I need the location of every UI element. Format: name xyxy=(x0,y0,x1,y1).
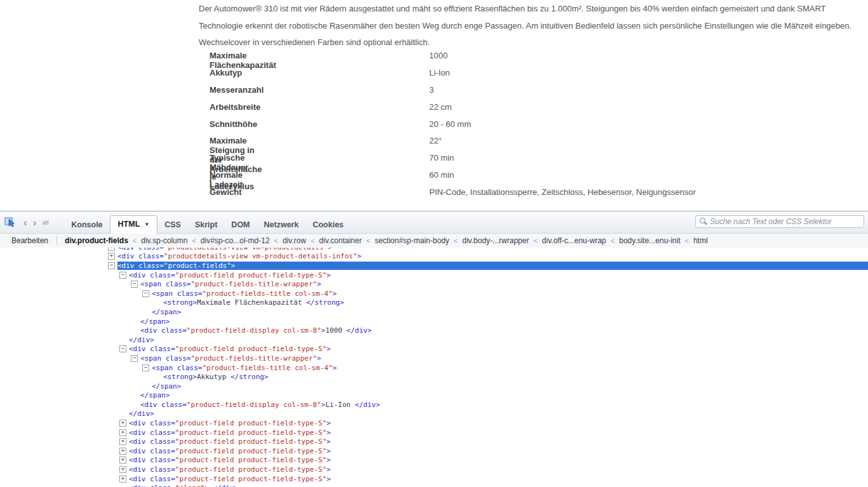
forward-icon[interactable]: › xyxy=(33,217,37,228)
source-tag: </strong> xyxy=(306,298,344,307)
expand-icon[interactable]: + xyxy=(119,429,126,436)
tree-row[interactable]: </span> xyxy=(0,317,868,326)
breadcrumb-item[interactable]: div#sp-co...ol-md-12 xyxy=(201,236,270,245)
breadcrumb-item[interactable]: div.row xyxy=(283,236,306,245)
source-tag: <div class= xyxy=(129,484,175,487)
tab-dom[interactable]: DOM xyxy=(224,217,257,233)
search-input[interactable] xyxy=(695,215,864,228)
expand-icon[interactable]: + xyxy=(119,457,126,464)
tree-row[interactable]: −<span class="product-fields-title col-s… xyxy=(0,289,868,298)
tab-html[interactable]: HTML▼ xyxy=(110,215,158,234)
tree-row[interactable]: <div class="product-field-display col-sm… xyxy=(0,400,868,410)
tree-row-source: <strong>Maximale Flächenkapazität </stro… xyxy=(163,298,344,307)
tree-row[interactable]: +<div class="product-field product-field… xyxy=(0,437,868,446)
tree-row[interactable]: −<span class="product-fields-title col-s… xyxy=(0,363,868,373)
expand-icon[interactable]: + xyxy=(119,420,126,427)
collapse-icon[interactable]: − xyxy=(131,355,138,362)
breadcrumb-separator-icon: < xyxy=(310,237,314,244)
tree-row[interactable]: </div> xyxy=(0,410,868,419)
source-tag: <div class= xyxy=(129,475,175,483)
tree-row[interactable]: −<div class="product-field product-field… xyxy=(0,345,868,354)
expand-icon[interactable]: + xyxy=(108,253,115,260)
inspect-element-icon[interactable] xyxy=(4,217,17,228)
collapse-icon[interactable]: − xyxy=(119,272,126,279)
tree-row[interactable]: −<span class="product-fields-title-wrapp… xyxy=(0,354,868,363)
tree-row[interactable]: +<div class="product-field product-field… xyxy=(0,474,868,484)
tab-label: HTML xyxy=(118,220,140,229)
tree-row[interactable]: −<span class="product-fields-title-wrapp… xyxy=(0,279,868,289)
tree-row[interactable]: +<div class="product-field product-field… xyxy=(0,428,868,437)
source-attr-value: "product-field product-field-type-S" xyxy=(175,475,326,483)
tree-row[interactable]: </div> xyxy=(0,335,868,345)
tree-row[interactable]: </span> xyxy=(0,391,868,401)
expand-icon[interactable]: + xyxy=(108,248,115,251)
source-tag: > xyxy=(326,437,331,446)
source-attr-value: "product-field product-field-type-S" xyxy=(175,345,326,353)
breadcrumb-item[interactable]: body.site...enu-init xyxy=(619,236,681,245)
tree-row-source: <span class="product-fields-title col-sm… xyxy=(152,290,337,298)
source-tag: </span> xyxy=(140,391,170,399)
breadcrumb-selected[interactable]: div.product-fields xyxy=(65,236,128,245)
tree-row[interactable]: −<div class="product-field product-field… xyxy=(0,270,868,280)
tab-css[interactable]: CSS xyxy=(157,217,188,233)
tree-row[interactable]: </span> xyxy=(0,307,868,317)
tree-row[interactable]: −<div class="product-fields"> xyxy=(0,261,868,270)
devtools-panel: ‹ › ›≡ KonsoleHTML▼CSSSkriptDOMNetzwerkC… xyxy=(0,211,868,487)
source-attr-value: "productdetails-view vm-productdetails" xyxy=(164,248,328,251)
spec-value: 20 - 60 mm xyxy=(429,119,471,129)
tree-row[interactable]: +<div class="productdetails-view vm-prod… xyxy=(0,252,868,262)
tree-row[interactable]: +<div class="productdetails-view vm-prod… xyxy=(0,248,868,252)
source-tag: > xyxy=(204,484,209,487)
expand-icon[interactable]: + xyxy=(119,466,126,473)
tab-skript[interactable]: Skript xyxy=(188,217,224,233)
spec-value: 22 cm xyxy=(429,102,451,112)
source-tag: </div> xyxy=(347,326,372,335)
source-attr-value: "product-fields-title col-sm-4" xyxy=(202,364,332,372)
tree-row-source: <div class="productdetails-view vm-produ… xyxy=(117,252,361,260)
breadcrumb-separator-icon: < xyxy=(366,237,370,244)
tab-netzwerk[interactable]: Netzwerk xyxy=(257,217,306,233)
collapse-icon[interactable]: − xyxy=(131,281,138,288)
tree-row-source: </span> xyxy=(140,317,170,326)
source-tag: <strong> xyxy=(163,373,197,381)
tree-row[interactable]: <div class="clear"> </div> xyxy=(0,483,868,487)
tree-row-source: <div class="product-field-display col-sm… xyxy=(140,401,380,409)
breadcrumb: <div.sp-column<div#sp-co...ol-md-12<div.… xyxy=(128,236,708,245)
edit-menu-button[interactable]: Bearbeiten xyxy=(0,236,57,245)
breadcrumb-item[interactable]: div.off-c...enu-wrap xyxy=(542,236,606,245)
tree-row[interactable]: +<div class="product-field product-field… xyxy=(0,456,868,465)
tree-row-source: <div class="product-field product-field-… xyxy=(129,437,331,446)
tree-row-source: <div class="product-field product-field-… xyxy=(129,345,331,353)
breadcrumb-item[interactable]: html xyxy=(693,236,708,245)
tab-cookies[interactable]: Cookies xyxy=(305,217,351,233)
source-attr-value: "product-field-display col-sm-8" xyxy=(187,401,321,409)
breadcrumb-separator-icon: < xyxy=(533,237,537,244)
collapse-icon[interactable]: − xyxy=(108,262,115,269)
breadcrumb-item[interactable]: section#sp-main-body xyxy=(375,236,449,245)
collapse-icon[interactable]: − xyxy=(119,345,126,352)
breadcrumb-item[interactable]: div.sp-column xyxy=(141,236,187,245)
html-tree: +<div class="productdetails-view vm-prod… xyxy=(0,248,868,487)
source-tag: <div class= xyxy=(117,248,164,251)
breadcrumb-item[interactable]: div.body-...rwrapper xyxy=(462,236,529,245)
tab-konsole[interactable]: Konsole xyxy=(64,217,109,233)
collapse-icon[interactable]: − xyxy=(142,290,149,297)
spec-label: Normale Ladezeit xyxy=(210,170,243,189)
breadcrumb-item[interactable]: div.container xyxy=(319,236,362,245)
panel-list-icon[interactable]: ›≡ xyxy=(42,217,48,228)
expand-icon[interactable]: + xyxy=(119,438,126,445)
tree-row[interactable]: <div class="product-field-display col-sm… xyxy=(0,326,868,335)
expand-icon[interactable]: + xyxy=(119,476,126,483)
chevron-down-icon[interactable]: ▼ xyxy=(144,222,149,227)
tree-row[interactable]: <strong>Akkutyp </strong> xyxy=(0,372,868,382)
tree-row[interactable]: +<div class="product-field product-field… xyxy=(0,418,868,428)
collapse-icon[interactable]: − xyxy=(142,364,149,371)
tree-row[interactable]: </span> xyxy=(0,382,868,391)
tree-row[interactable]: +<div class="product-field product-field… xyxy=(0,446,868,456)
spec-value: 70 min xyxy=(429,153,454,163)
tree-row[interactable]: +<div class="product-field product-field… xyxy=(0,465,868,474)
tab-label: Netzwerk xyxy=(264,220,299,229)
expand-icon[interactable]: + xyxy=(119,448,126,455)
back-icon[interactable]: ‹ xyxy=(23,217,27,228)
tree-row[interactable]: <strong>Maximale Flächenkapazität </stro… xyxy=(0,298,868,308)
